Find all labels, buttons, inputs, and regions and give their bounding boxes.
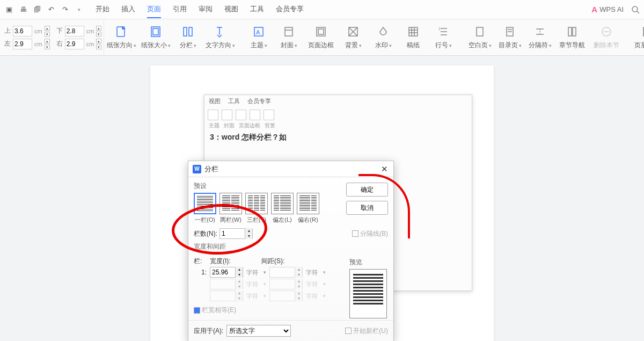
ribbon: 上 cm ▴▾ 下 cm ▴▾ 左 cm ▴▾ 右 cm ▴▾ 纸张方向▾ 纸张… xyxy=(0,19,644,56)
preview-pane xyxy=(349,269,387,318)
preset-two-columns[interactable] xyxy=(219,193,242,214)
embedded-ribbon-icon xyxy=(222,110,232,120)
preset-right[interactable] xyxy=(297,193,319,214)
theme-button[interactable]: A主题▾ xyxy=(244,19,274,55)
separator-checkbox: 分隔线(B) xyxy=(352,229,388,238)
toc-icon xyxy=(503,25,517,39)
svg-point-0 xyxy=(632,6,638,12)
print-preview-icon[interactable]: 🗐 xyxy=(32,5,42,14)
margin-bottom-input[interactable] xyxy=(65,26,84,37)
ai-logo-icon: A xyxy=(591,5,597,14)
header-footer-button[interactable]: 页眉页脚 xyxy=(630,19,644,55)
header-footer-icon xyxy=(640,25,644,39)
preset-three-columns[interactable] xyxy=(245,193,268,214)
margin-top-stepper[interactable]: ▴▾ xyxy=(45,26,50,37)
margin-left-input[interactable] xyxy=(13,39,32,49)
page-border-button[interactable]: 页面边框 xyxy=(304,19,338,55)
background-button[interactable]: 背景▾ xyxy=(338,19,368,55)
spin-up-icon[interactable]: ▴ xyxy=(245,228,252,234)
svg-line-1 xyxy=(637,11,639,13)
tab-page[interactable]: 页面 xyxy=(147,1,161,18)
margin-left-unit: cm xyxy=(34,41,42,47)
chapter-nav-icon xyxy=(565,25,579,39)
blank-page-button[interactable]: 空白页▾ xyxy=(465,19,495,55)
cover-button[interactable]: 封面▾ xyxy=(274,19,304,55)
toc-page-button[interactable]: 目录页▾ xyxy=(495,19,525,55)
embedded-ribbon-label: 主题 xyxy=(209,122,219,129)
unit-label: 字符 xyxy=(246,269,260,277)
ai-label: WPS AI xyxy=(599,5,624,13)
break-icon xyxy=(533,25,547,39)
tab-tools[interactable]: 工具 xyxy=(250,1,264,18)
chapter-nav-button[interactable]: 章节导航 xyxy=(555,19,589,55)
margin-bottom-unit: cm xyxy=(86,28,94,34)
break-button[interactable]: 分隔符▾ xyxy=(525,19,555,55)
text-direction-button[interactable]: 文字方向▾ xyxy=(203,19,237,55)
tab-reference[interactable]: 引用 xyxy=(173,1,187,18)
orientation-icon xyxy=(114,25,128,39)
search-icon[interactable] xyxy=(631,5,640,14)
column-count-input[interactable]: ▴▾ xyxy=(219,228,253,239)
width-input-1[interactable]: ▴▾ xyxy=(210,267,243,278)
line-number-icon: 1 xyxy=(436,25,450,39)
wps-ai-button[interactable]: AWPS AI xyxy=(591,5,624,14)
embedded-ribbon-icon xyxy=(264,110,274,120)
embedded-ribbon-label: 背景 xyxy=(265,122,275,129)
svg-rect-6 xyxy=(189,27,192,36)
unit-label: 字符 xyxy=(246,292,260,300)
paper-size-button[interactable]: 纸张大小▾ xyxy=(138,19,173,55)
unit-label: 字符 xyxy=(306,269,320,277)
svg-rect-30 xyxy=(568,27,572,36)
spacing-input-2: ▴▾ xyxy=(269,279,303,289)
column-count-label: 栏数(N): xyxy=(194,229,217,238)
margin-right-stepper[interactable]: ▴▾ xyxy=(96,39,101,49)
watermark-button[interactable]: 水印▾ xyxy=(368,19,398,55)
apply-to-select[interactable]: 所选文字 xyxy=(226,325,291,337)
preset-one-column[interactable] xyxy=(194,193,216,214)
orientation-button[interactable]: 纸张方向▾ xyxy=(104,19,138,55)
embedded-ribbon-icon xyxy=(250,110,260,120)
dialog-titlebar[interactable]: W 分栏 ✕ xyxy=(188,161,393,177)
svg-text:1: 1 xyxy=(438,27,441,31)
menu-right: AWPS AI xyxy=(591,5,640,14)
margin-bottom-stepper[interactable]: ▴▾ xyxy=(96,26,101,37)
ok-button[interactable]: 确定 xyxy=(346,183,388,197)
preset-label: 偏左(L) xyxy=(271,216,294,224)
svg-rect-12 xyxy=(318,29,324,34)
undo-icon[interactable]: ↶ xyxy=(46,5,56,14)
apply-to-label: 应用于(A): xyxy=(194,327,223,336)
columns-button[interactable]: 分栏▾ xyxy=(173,19,203,55)
cover-icon xyxy=(282,25,296,39)
tab-insert[interactable]: 插入 xyxy=(121,1,135,18)
margin-top-input[interactable] xyxy=(13,26,32,37)
page-border-icon xyxy=(314,25,328,39)
tab-start[interactable]: 开始 xyxy=(96,1,109,18)
tab-review[interactable]: 审阅 xyxy=(199,1,213,18)
margin-right-label: 右 xyxy=(56,39,63,48)
svg-rect-5 xyxy=(184,27,187,36)
print-icon[interactable]: 🖶 xyxy=(18,5,28,14)
redo-icon[interactable]: ↷ xyxy=(60,5,70,14)
quick-access: ▣ 🖶 🗐 ↶ ↷ ▾ xyxy=(4,5,84,14)
margin-left-stepper[interactable]: ▴▾ xyxy=(45,39,50,49)
delete-section-icon xyxy=(599,25,613,39)
tab-member[interactable]: 会员专享 xyxy=(276,1,304,18)
tab-view[interactable]: 视图 xyxy=(224,1,238,18)
margin-right-input[interactable] xyxy=(65,39,84,49)
line-number-button[interactable]: 1行号▾ xyxy=(428,19,458,55)
close-icon[interactable]: ✕ xyxy=(379,164,389,174)
width-spacing-label: 宽度和间距 xyxy=(194,242,388,251)
preview-label: 预览 xyxy=(349,258,388,267)
margin-top-unit: cm xyxy=(34,28,42,34)
cancel-button[interactable]: 取消 xyxy=(346,201,388,215)
preset-left[interactable] xyxy=(271,193,294,214)
delete-section-button: 删除本节 xyxy=(589,19,624,55)
embedded-heading: 3：word 怎样分栏？如 xyxy=(210,129,466,144)
preset-label: 一栏(O) xyxy=(194,216,216,224)
save-icon[interactable]: ▣ xyxy=(4,5,14,14)
margin-bottom-label: 下 xyxy=(56,26,63,35)
svg-rect-31 xyxy=(573,27,576,36)
qa-overflow-icon[interactable]: ▾ xyxy=(74,5,84,14)
draft-button[interactable]: 稿纸 xyxy=(398,19,428,55)
spin-down-icon[interactable]: ▾ xyxy=(245,234,252,239)
